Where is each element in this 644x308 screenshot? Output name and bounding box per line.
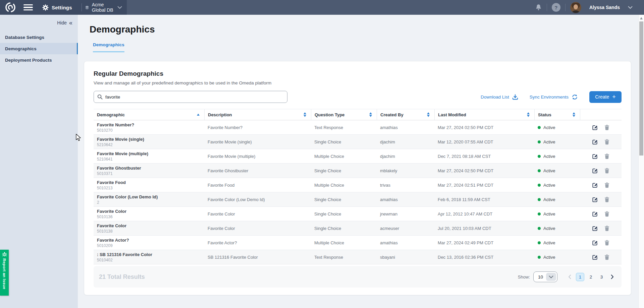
table-row[interactable]: Favorite Food 5010213 Favorite Food Mult…	[94, 178, 622, 192]
delete-icon[interactable]	[604, 197, 609, 202]
delete-icon[interactable]	[604, 240, 609, 246]
demographic-id: 5010402	[97, 258, 204, 262]
edit-icon[interactable]	[592, 153, 598, 159]
edit-icon[interactable]	[592, 254, 598, 260]
sidebar-item-demographics[interactable]: Demographics	[0, 43, 78, 54]
edit-icon[interactable]	[592, 125, 598, 130]
user-name[interactable]: Alyssa Sands	[589, 5, 620, 10]
description-cell: Favorite Actor?	[204, 240, 311, 245]
status-cell: Active	[534, 139, 580, 144]
column-header-last-modified[interactable]: Last Modified	[434, 109, 534, 120]
omeda-logo-icon[interactable]	[5, 2, 16, 13]
delete-icon[interactable]	[604, 226, 609, 231]
last-modified-cell: Mar 27, 2024 02:51 PM CDT	[434, 183, 534, 188]
status-dot-icon	[538, 126, 541, 129]
search-input[interactable]	[94, 91, 287, 103]
table-row[interactable]: Favorite Color 5010138 Favorite Color Si…	[94, 221, 622, 236]
vertical-scrollbar[interactable]	[638, 15, 644, 308]
edit-icon[interactable]	[592, 182, 598, 188]
column-header-created-by[interactable]: Created By	[377, 109, 434, 120]
column-header-description[interactable]: Description	[204, 109, 311, 120]
table-row[interactable]: Favorite Movie (multiple) 5210641 Favori…	[94, 149, 622, 164]
status-cell: Active	[534, 211, 580, 217]
table-row[interactable]: Favorite Movie (single) 5210642 Favorite…	[94, 135, 622, 149]
delete-icon[interactable]	[604, 125, 609, 130]
table-row[interactable]: Favorite Color 5010136 Favorite Color Si…	[94, 207, 622, 221]
sort-icon[interactable]	[427, 112, 430, 117]
toolbar-actions: Download List Sync Environments	[481, 91, 622, 103]
column-header-status[interactable]: Status	[534, 109, 580, 120]
sort-asc-icon[interactable]	[197, 114, 200, 116]
status-dot-icon	[538, 198, 541, 201]
table-row[interactable]: : SB 121316 Favorite Color 5010402 SB 12…	[94, 250, 622, 264]
last-modified-cell: Jul 20, 2021 10:03 AM CDT	[434, 226, 534, 231]
description-cell: Favorite Movie (multiple)	[204, 154, 311, 159]
tab-demographics[interactable]: Demographics	[93, 42, 124, 52]
report-an-issue-button[interactable]: Report an Issue	[0, 250, 9, 296]
edit-icon[interactable]	[592, 211, 598, 217]
column-header-demographic[interactable]: Demographic	[94, 109, 204, 120]
actions-cell	[580, 168, 622, 174]
hamburger-menu-icon[interactable]	[23, 4, 33, 11]
table-row[interactable]: Favorite Actor? 5010209 Favorite Actor? …	[94, 236, 622, 250]
delete-icon[interactable]	[604, 254, 609, 260]
hide-sidebar-button[interactable]: Hide «	[0, 15, 78, 32]
sidebar-item-deployment-products[interactable]: Deployment Products	[0, 54, 78, 66]
chevron-down-icon	[117, 4, 122, 10]
notifications-bell-icon[interactable]	[535, 4, 542, 11]
delete-icon[interactable]	[604, 168, 609, 174]
edit-icon[interactable]	[592, 139, 598, 145]
sort-icon[interactable]	[304, 112, 306, 117]
edit-icon[interactable]	[592, 197, 598, 202]
status-cell: Active	[534, 197, 580, 202]
page-button-1[interactable]: 1	[576, 273, 584, 281]
sort-icon[interactable]	[573, 112, 575, 117]
created-by-cell: acmeuser	[377, 226, 434, 231]
table-row[interactable]: Favorite Color (Low Demo Id) 2 Favorite …	[94, 192, 622, 207]
delete-icon[interactable]	[604, 182, 609, 188]
sort-icon[interactable]	[369, 112, 372, 117]
search-icon	[97, 94, 103, 101]
status-cell: Active	[534, 154, 580, 159]
sort-icon[interactable]	[527, 112, 530, 117]
page-button-3[interactable]: 3	[597, 273, 606, 281]
previous-page-button[interactable]	[566, 273, 574, 281]
demographic-name: Favorite Actor?	[97, 238, 204, 243]
table-row[interactable]: Favorite Ghostbuster 5010371 Favorite Gh…	[94, 164, 622, 178]
created-by-cell: jnewman	[377, 211, 434, 217]
edit-icon[interactable]	[592, 226, 598, 231]
table-body: Favorite Number? 5010270 Favorite Number…	[94, 120, 622, 264]
gear-icon	[42, 4, 49, 11]
delete-icon[interactable]	[604, 211, 609, 217]
column-header-question-type[interactable]: Question Type	[311, 109, 377, 120]
page-size-select[interactable]: 10	[533, 271, 557, 282]
create-button[interactable]: Create +	[589, 91, 622, 103]
demographic-cell: Favorite Number? 5010270	[94, 122, 204, 133]
demographic-name: Favorite Movie (single)	[97, 137, 204, 142]
demographic-name: Favorite Number?	[97, 122, 204, 127]
app-title: Settings	[52, 5, 72, 10]
help-icon[interactable]: ?	[552, 3, 560, 12]
demographic-cell: Favorite Color (Low Demo Id) 2	[94, 194, 204, 205]
delete-icon[interactable]	[604, 139, 609, 145]
bug-icon	[2, 252, 7, 257]
demographic-name: Favorite Food	[97, 180, 204, 185]
edit-icon[interactable]	[592, 240, 598, 246]
delete-icon[interactable]	[604, 153, 609, 159]
database-icon	[85, 5, 89, 10]
created-by-cell: amathias	[377, 125, 434, 130]
edit-icon[interactable]	[592, 168, 598, 174]
user-avatar[interactable]	[570, 2, 581, 13]
demographic-id: 2	[97, 200, 204, 205]
sidebar-item-database-settings[interactable]: Database Settings	[0, 32, 78, 43]
page-button-2[interactable]: 2	[587, 273, 595, 281]
database-selector[interactable]: Acme Global DB	[85, 2, 122, 13]
user-menu-chevron-icon[interactable]	[628, 4, 633, 10]
next-page-button[interactable]	[608, 273, 616, 281]
download-list-button[interactable]: Download List	[481, 94, 518, 100]
sync-environments-button[interactable]: Sync Environments	[530, 94, 578, 100]
table-row[interactable]: Favorite Number? 5010270 Favorite Number…	[94, 120, 622, 135]
topbar-left-section: Settings Acme Global DB	[0, 0, 127, 15]
scrollbar-up-arrow[interactable]	[640, 17, 643, 19]
scrollbar-thumb[interactable]	[639, 21, 643, 156]
